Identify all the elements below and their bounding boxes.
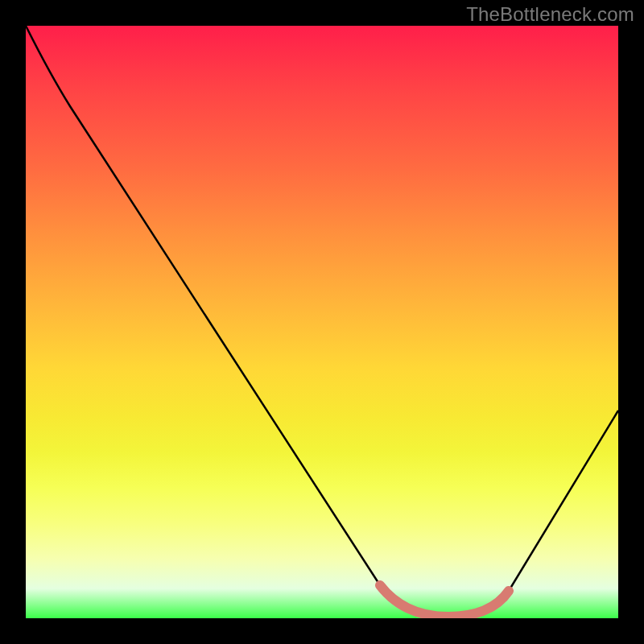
chart-curve [26,26,618,618]
figure-frame: TheBottleneck.com [0,0,644,644]
curve-main [26,26,618,617]
plot-area [26,26,618,618]
curve-optimal-segment [380,585,509,617]
watermark-text: TheBottleneck.com [466,3,634,26]
